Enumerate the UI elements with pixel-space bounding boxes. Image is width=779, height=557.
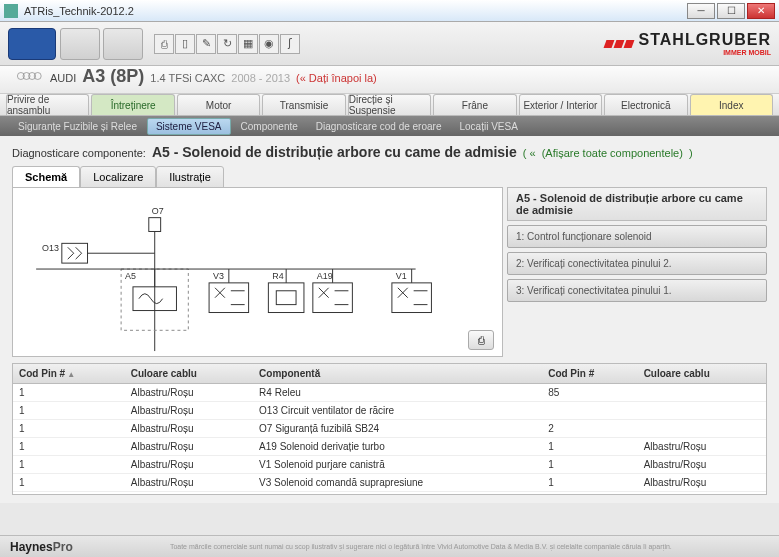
svg-rect-8 bbox=[62, 243, 88, 263]
back-link[interactable]: (« Dați înapoi la) bbox=[296, 72, 377, 84]
show-all-link[interactable]: (Afișare toate componentele) bbox=[542, 147, 683, 159]
svg-point-1 bbox=[23, 73, 30, 80]
tool-button-1[interactable] bbox=[60, 28, 100, 60]
app-toolbar: ⎙ ▯ ✎ ↻ ▦ ◉ ʃ STAHLGRUBERIMMER MOBIL bbox=[0, 22, 779, 66]
tool-icon-2[interactable]: ▯ bbox=[175, 34, 195, 54]
col-color1[interactable]: Culoare cablu bbox=[125, 364, 253, 384]
step-1[interactable]: 1: Control funcționare solenoid bbox=[507, 225, 767, 248]
vehicle-model: A3 (8P) bbox=[82, 66, 144, 87]
side-panel: A5 - Solenoid de distribuție arbore cu c… bbox=[507, 187, 767, 357]
minimize-button[interactable]: ─ bbox=[687, 3, 715, 19]
table-row[interactable]: 1Albastru/RoșuO13 Circuit ventilator de … bbox=[13, 402, 766, 420]
tab-exterior[interactable]: Exterior / Interior bbox=[519, 94, 602, 115]
vehicle-years: 2008 - 2013 bbox=[231, 72, 290, 84]
subtab-locations[interactable]: Locații VESA bbox=[451, 119, 525, 134]
tab-electronics[interactable]: Electronică bbox=[604, 94, 687, 115]
svg-point-0 bbox=[17, 73, 24, 80]
col-component[interactable]: Componentă bbox=[253, 364, 542, 384]
tab-steering[interactable]: Direcție și Suspensie bbox=[348, 94, 431, 115]
svg-rect-20 bbox=[268, 283, 304, 313]
close-button[interactable]: ✕ bbox=[747, 3, 775, 19]
footer-fine-print: Toate mărcile comerciale sunt numai cu s… bbox=[73, 543, 769, 550]
step-3[interactable]: 3: Verificați conectivitatea pinului 1. bbox=[507, 279, 767, 302]
maximize-button[interactable]: ☐ bbox=[717, 3, 745, 19]
svg-text:O13: O13 bbox=[42, 243, 59, 253]
svg-text:A5: A5 bbox=[125, 271, 136, 281]
tab-brakes[interactable]: Frâne bbox=[433, 94, 516, 115]
side-title: A5 - Solenoid de distribuție arbore cu c… bbox=[507, 187, 767, 221]
brand-logo: STAHLGRUBERIMMER MOBIL bbox=[605, 31, 771, 56]
col-pin2[interactable]: Cod Pin # bbox=[542, 364, 637, 384]
svg-text:V1: V1 bbox=[396, 271, 407, 281]
vehicle-engine: 1.4 TFSi CAXC bbox=[150, 72, 225, 84]
vehicle-button[interactable] bbox=[8, 28, 56, 60]
vehicle-make: AUDI bbox=[50, 72, 76, 84]
heading-prefix: Diagnosticare componente: bbox=[12, 147, 146, 159]
svg-rect-27 bbox=[392, 283, 432, 313]
window-titlebar: ATRis_Technik-2012.2 ─ ☐ ✕ bbox=[0, 0, 779, 22]
table-row[interactable]: 1Albastru/RoșuO7 Siguranță fuzibilă SB24… bbox=[13, 420, 766, 438]
tool-icon-6[interactable]: ◉ bbox=[259, 34, 279, 54]
tool-button-2[interactable] bbox=[103, 28, 143, 60]
svg-text:A19: A19 bbox=[317, 271, 333, 281]
svg-text:R4: R4 bbox=[272, 271, 283, 281]
page-heading: Diagnosticare componente: A5 - Solenoid … bbox=[12, 144, 767, 160]
viewtab-illustration[interactable]: Ilustrație bbox=[156, 166, 224, 188]
svg-rect-24 bbox=[313, 283, 353, 313]
svg-rect-21 bbox=[276, 291, 296, 305]
heading-title: A5 - Solenoid de distribuție arbore cu c… bbox=[152, 144, 517, 160]
audi-logo-icon bbox=[16, 70, 44, 82]
step-2[interactable]: 2: Verificați conectivitatea pinului 2. bbox=[507, 252, 767, 275]
subtab-components[interactable]: Componente bbox=[233, 119, 306, 134]
tab-engine[interactable]: Motor bbox=[177, 94, 260, 115]
tool-icon-5[interactable]: ▦ bbox=[238, 34, 258, 54]
view-tabs: Schemă Localizare Ilustrație bbox=[12, 166, 767, 188]
table-row[interactable]: 1Albastru/RoșuV1 Solenoid purjare canist… bbox=[13, 456, 766, 474]
tab-maintenance[interactable]: Întreținere bbox=[91, 94, 174, 115]
viewtab-locate[interactable]: Localizare bbox=[80, 166, 156, 188]
subtab-fuses[interactable]: Siguranțe Fuzibile și Relee bbox=[10, 119, 145, 134]
tab-overview[interactable]: Privire de ansamblu bbox=[6, 94, 89, 115]
app-icon bbox=[4, 4, 18, 18]
table-row[interactable]: 1Albastru/RoșuA19 Solenoid derivație tur… bbox=[13, 438, 766, 456]
tool-icon-7[interactable]: ʃ bbox=[280, 34, 300, 54]
subtab-vesa[interactable]: Sisteme VESA bbox=[147, 118, 231, 135]
tool-icon-4[interactable]: ↻ bbox=[217, 34, 237, 54]
vehicle-bar: AUDI A3 (8P) 1.4 TFSi CAXC 2008 - 2013 (… bbox=[0, 66, 779, 94]
col-pin1[interactable]: Cod Pin #▲ bbox=[13, 364, 125, 384]
heading-link-suffix: ) bbox=[689, 147, 693, 159]
svg-text:O7: O7 bbox=[152, 206, 164, 216]
footer-logo: HaynesPro bbox=[10, 540, 73, 554]
subtab-diagcodes[interactable]: Diagnosticare cod de eroare bbox=[308, 119, 450, 134]
svg-rect-15 bbox=[209, 283, 249, 313]
col-color2[interactable]: Culoare cablu bbox=[638, 364, 766, 384]
pin-table: Cod Pin #▲ Culoare cablu Componentă Cod … bbox=[12, 363, 767, 495]
tool-icon-1[interactable]: ⎙ bbox=[154, 34, 174, 54]
footer: HaynesPro Toate mărcile comerciale sunt … bbox=[0, 535, 779, 557]
table-row[interactable]: 1Albastru/RoșuV3 Solenoid comandă suprap… bbox=[13, 474, 766, 492]
svg-rect-5 bbox=[149, 218, 161, 232]
tab-transmission[interactable]: Transmisie bbox=[262, 94, 345, 115]
print-button[interactable]: ⎙ bbox=[468, 330, 494, 350]
window-title: ATRis_Technik-2012.2 bbox=[24, 5, 687, 17]
svg-text:V3: V3 bbox=[213, 271, 224, 281]
main-tabs: Privire de ansamblu Întreținere Motor Tr… bbox=[0, 94, 779, 116]
viewtab-schema[interactable]: Schemă bbox=[12, 166, 80, 188]
tool-icon-3[interactable]: ✎ bbox=[196, 34, 216, 54]
sub-tabs: Siguranțe Fuzibile și Relee Sisteme VESA… bbox=[0, 116, 779, 136]
tab-index[interactable]: Index bbox=[690, 94, 773, 115]
heading-link-prefix: ( « bbox=[523, 147, 536, 159]
schematic-diagram[interactable]: O7 O13 A5 V3 R bbox=[12, 187, 503, 357]
table-row[interactable]: 1Albastru/RoșuR4 Releu85 bbox=[13, 384, 766, 402]
